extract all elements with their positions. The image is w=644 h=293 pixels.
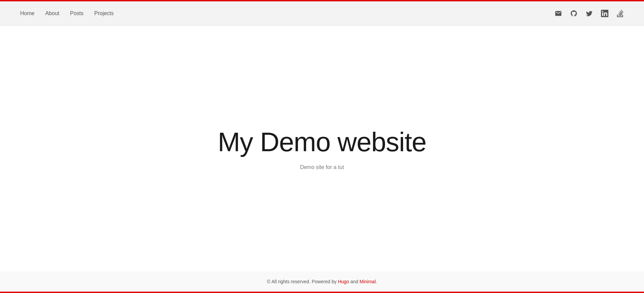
nav-projects[interactable]: Projects (94, 10, 114, 16)
footer: © All rights reserved. Powered by Hugo a… (0, 271, 644, 292)
nav-right (555, 10, 624, 17)
twitter-icon (586, 10, 593, 17)
footer-minimal-link[interactable]: Minimal (359, 279, 376, 284)
email-icon-link[interactable] (555, 10, 562, 17)
footer-hugo-link[interactable]: Hugo (338, 279, 349, 284)
email-icon (555, 10, 562, 17)
stackoverflow-icon (616, 10, 624, 17)
main-content: My Demo website Demo site for a tut (0, 26, 644, 271)
footer-text: © All rights reserved. Powered by Hugo a… (267, 279, 377, 284)
github-icon-link[interactable] (570, 10, 577, 17)
nav-home[interactable]: Home (20, 10, 35, 16)
footer-text-middle: and (349, 279, 359, 284)
linkedin-icon-link[interactable] (601, 10, 608, 17)
footer-text-before: © All rights reserved. Powered by (267, 279, 338, 284)
nav-about[interactable]: About (45, 10, 59, 16)
footer-text-after: . (376, 279, 377, 284)
stackoverflow-icon-link[interactable] (616, 10, 624, 17)
linkedin-icon (601, 10, 608, 17)
nav-posts[interactable]: Posts (70, 10, 84, 16)
github-icon (570, 10, 577, 17)
nav-left: Home About Posts Projects (20, 10, 114, 16)
hero-subtitle: Demo site for a tut (300, 164, 344, 170)
twitter-icon-link[interactable] (586, 10, 593, 17)
hero-title: My Demo website (218, 127, 426, 158)
